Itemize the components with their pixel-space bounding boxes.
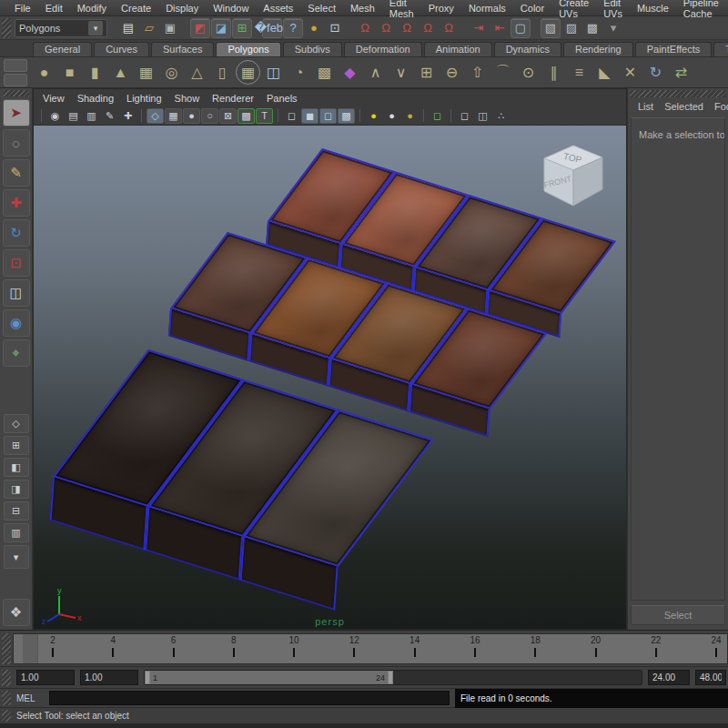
menu-create[interactable]: Create (114, 3, 158, 14)
save-scene-icon[interactable]: ▣ (160, 18, 180, 38)
select-tool[interactable]: ➤ (3, 99, 30, 126)
shelf-tab-subdivs[interactable]: Subdivs (283, 42, 342, 56)
shelf-switcher-bottom[interactable] (4, 74, 27, 86)
viewport-menu-lighting[interactable]: Lighting (123, 93, 171, 104)
poly-torus-icon[interactable]: ◎ (159, 60, 184, 85)
animation-end-field[interactable] (695, 670, 726, 685)
shelf-tab-animation[interactable]: Animation (424, 42, 492, 56)
layout-persp-uv[interactable]: ▥ (4, 523, 29, 542)
sidebar-toggle-icon[interactable]: ▾ (603, 18, 623, 38)
merge-vertices-icon[interactable]: ⊙ (516, 60, 541, 85)
last-tool-icon[interactable]: ❖ (3, 599, 30, 626)
viewport-menu-panels[interactable]: Panels (263, 93, 307, 104)
rightpanel-drag-handle[interactable] (630, 90, 726, 97)
offset-edge-loop-icon[interactable]: ≡ (567, 60, 592, 85)
frame-tick-8[interactable]: 8 (216, 634, 252, 657)
help-mode-icon[interactable]: ? (283, 18, 303, 38)
bridge-icon[interactable]: ⌒ (490, 60, 515, 85)
select-marquee-icon[interactable]: ◻ (429, 108, 446, 124)
toolbox-drag-handle[interactable] (4, 90, 29, 96)
snap-manip-icon[interactable]: ✚ (119, 108, 136, 124)
frame-tick-18[interactable]: 18 (517, 634, 553, 657)
menu-window[interactable]: Window (206, 3, 256, 14)
menu-modify[interactable]: Modify (70, 3, 114, 14)
statusline-drag-handle[interactable] (2, 18, 11, 38)
layout-four-pane[interactable]: ⊞ (4, 436, 29, 455)
frame-tick-12[interactable]: 12 (336, 634, 372, 657)
shelf-tab-general[interactable]: General (33, 42, 92, 56)
snap-to-view-planes-icon[interactable]: Ω (418, 18, 438, 38)
move-tool[interactable]: ✚ (3, 189, 30, 217)
frame-tick-24[interactable]: 24 (698, 634, 728, 657)
poly-mirror-icon[interactable]: ◫ (261, 60, 286, 85)
poly-plane-icon[interactable]: ▦ (134, 60, 158, 85)
lasso-tool[interactable]: ◌ (3, 129, 30, 157)
universal-manipulator-tool[interactable]: ◫ (3, 279, 30, 307)
extrude-icon[interactable]: ⇧ (465, 60, 490, 85)
menu-color[interactable]: Color (513, 3, 551, 14)
shelf-tab-toon[interactable]: Toon (713, 42, 728, 56)
shelf-switcher-top[interactable] (4, 59, 27, 72)
highlight-selection-icon[interactable]: �febd (262, 18, 282, 38)
menu-pipeline-cache[interactable]: Pipeline Cache (676, 0, 726, 19)
rightpanel-menu-selected[interactable]: Selected (660, 101, 708, 112)
layout-hypershade-persp[interactable]: ⊟ (4, 501, 29, 521)
open-scene-icon[interactable]: ▱ (139, 18, 159, 38)
rangebar-drag-handle[interactable] (2, 670, 11, 686)
menu-display[interactable]: Display (158, 3, 206, 14)
menu-set-dropdown[interactable]: Polygons ▾ (15, 19, 107, 37)
poly-platonic-icon[interactable]: ▦ (236, 60, 260, 85)
bevel-icon[interactable]: ◣ (592, 60, 617, 85)
isolate-cube-icon[interactable]: ◼ (301, 108, 318, 124)
wireframe-mode-icon[interactable]: ◇ (147, 108, 164, 124)
make-live-icon[interactable]: Ω (439, 18, 459, 38)
boolean-icon[interactable]: ⊖ (440, 60, 464, 85)
all-lights-icon[interactable]: ● (365, 108, 382, 124)
select-object-icon[interactable]: ◪ (211, 18, 231, 38)
wireframe-on-shaded-icon[interactable]: ⊠ (219, 108, 237, 124)
isolate-select-icon[interactable]: ◻ (283, 108, 300, 124)
shelf-tab-curves[interactable]: Curves (94, 42, 149, 56)
render-settings-icon[interactable]: ▩ (582, 18, 602, 38)
extract-icon[interactable]: ⊞ (414, 60, 439, 85)
grease-pencil-icon[interactable]: ✎ (101, 108, 118, 124)
show-manipulator-tool[interactable]: ⌖ (3, 339, 30, 367)
menu-proxy[interactable]: Proxy (421, 3, 461, 14)
menu-file[interactable]: File (7, 3, 38, 14)
layout-persp-graph[interactable]: ◨ (4, 480, 29, 499)
layout-persp-outliner[interactable]: ◧ (4, 458, 29, 477)
input-to-selected-icon[interactable]: ⇥ (469, 18, 489, 38)
transfer-attributes-icon[interactable]: ⇄ (669, 60, 693, 85)
menu-edit-mesh[interactable]: Edit Mesh (382, 0, 421, 19)
menu-select[interactable]: Select (300, 3, 343, 14)
frame-tick-20[interactable]: 20 (578, 634, 614, 657)
render-current-frame-icon[interactable]: ▧ (541, 18, 561, 38)
poly-sphere-icon[interactable]: ● (32, 60, 56, 85)
command-line-input[interactable] (49, 691, 450, 705)
lock-selection-icon[interactable]: ● (304, 18, 324, 38)
annotation-text-icon[interactable]: T (256, 108, 273, 124)
shelf-tab-surfaces[interactable]: Surfaces (151, 42, 214, 56)
rightpanel-menu-focus[interactable]: Focus (710, 101, 728, 112)
textured-mode-icon[interactable]: ● (183, 108, 200, 124)
frame-tick-16[interactable]: 16 (457, 634, 493, 657)
poly-pyramid-icon[interactable]: △ (185, 60, 209, 85)
frame-tick-6[interactable]: 6 (156, 634, 192, 657)
viewport-menu-shading[interactable]: Shading (74, 93, 123, 104)
shelf-tab-painteffects[interactable]: PaintEffects (635, 42, 713, 56)
select-hierarchy-icon[interactable]: ◩ (190, 18, 210, 38)
textures-toggle-icon[interactable]: ▩ (238, 108, 255, 124)
mel-drag-handle[interactable] (2, 691, 11, 705)
ambient-light-icon[interactable]: ● (401, 108, 419, 124)
viewport-canvas[interactable]: TOP FRONT y x z persp (34, 126, 626, 629)
range-end-handle[interactable] (388, 671, 393, 684)
spin-edge-icon[interactable]: ↻ (643, 60, 668, 85)
construction-history-icon[interactable]: ▢ (511, 18, 531, 38)
menu-normals[interactable]: Normals (461, 3, 513, 14)
viewport-menu-show[interactable]: Show (171, 93, 209, 104)
menu-muscle[interactable]: Muscle (630, 3, 676, 14)
ipr-render-icon[interactable]: ▨ (561, 18, 581, 38)
scale-tool[interactable]: ⊡ (3, 249, 30, 277)
menu-create-uvs[interactable]: Create UVs (551, 0, 596, 19)
timeline-drag-handle[interactable] (2, 633, 11, 664)
